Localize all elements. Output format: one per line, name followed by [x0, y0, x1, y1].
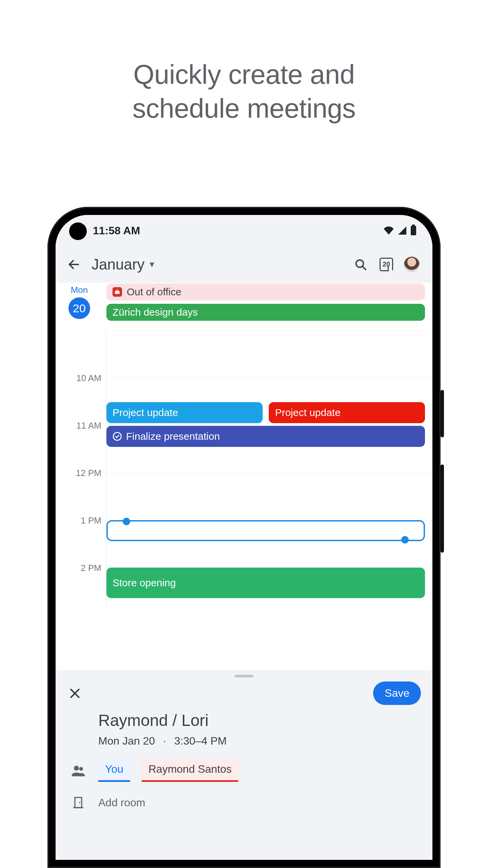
headline-line2: schedule meetings [133, 93, 356, 123]
separator-dot: · [163, 735, 166, 747]
month-dropdown[interactable]: January ▼ [92, 256, 156, 273]
account-avatar[interactable] [404, 257, 420, 272]
selection-handle-top[interactable] [123, 518, 130, 525]
month-label: January [92, 256, 145, 273]
room-icon [70, 794, 87, 811]
status-time: 11:58 AM [93, 224, 140, 237]
event-finalize-presentation[interactable]: Finalize presentation [106, 426, 425, 447]
phone-side-button [441, 465, 444, 553]
svg-point-5 [74, 766, 79, 771]
room-row: Add room [56, 794, 432, 811]
phone-screen: 11:58 AM January ▼ [56, 215, 432, 860]
svg-rect-3 [117, 290, 118, 291]
hour-label: 2 PM [56, 563, 101, 573]
task-check-icon [113, 432, 122, 441]
day-number: 20 [68, 297, 90, 319]
calendar-today-icon: 20 [380, 258, 393, 271]
event-title: Project update [113, 407, 178, 418]
add-room-button[interactable]: Add room [98, 796, 145, 809]
event-title: Store opening [113, 577, 176, 589]
event-title: Project update [275, 407, 340, 418]
day-header: Mon 20 Out of office Zürich design days [56, 283, 432, 330]
cellular-icon [398, 226, 407, 235]
hour-label: 12 PM [56, 468, 101, 478]
event-project-update-1[interactable]: Project update [106, 402, 263, 423]
back-button[interactable] [66, 256, 82, 273]
phone-frame: 11:58 AM January ▼ [47, 207, 441, 868]
event-title: Out of office [127, 286, 181, 298]
event-time: 3:30–4 PM [174, 735, 227, 747]
chevron-down-icon: ▼ [148, 260, 156, 269]
day-label[interactable]: Mon 20 [56, 283, 103, 319]
svg-rect-7 [75, 797, 82, 808]
hour-label: 1 PM [56, 515, 101, 526]
status-bar: 11:58 AM [56, 215, 432, 246]
event-project-update-2[interactable]: Project update [269, 402, 425, 423]
phone-side-button [441, 390, 444, 437]
event-area: Project update Project update Finalize p… [106, 330, 425, 608]
attendee-chip-you[interactable]: You [98, 760, 130, 782]
new-event-selection[interactable] [106, 520, 425, 541]
allday-events: Out of office Zürich design days [106, 283, 425, 321]
svg-point-8 [79, 802, 80, 803]
svg-line-1 [363, 266, 366, 269]
app-header: January ▼ 20 [56, 246, 432, 283]
event-title: Zürich design days [113, 307, 198, 318]
allday-event-ooo[interactable]: Out of office [106, 283, 425, 300]
briefcase-icon [113, 287, 122, 297]
weekday-label: Mon [56, 285, 103, 295]
event-title-input[interactable]: Raymond / Lori [98, 712, 432, 729]
close-button[interactable] [66, 684, 84, 703]
wifi-icon [384, 226, 394, 235]
event-title: Finalize presentation [126, 431, 220, 442]
search-button[interactable] [352, 256, 369, 273]
headline-line1: Quickly create and [133, 59, 355, 90]
attendee-chip-raymond[interactable]: Raymond Santos [142, 760, 238, 782]
hour-label: 10 AM [56, 373, 101, 383]
event-date: Mon Jan 20 [98, 735, 155, 747]
hour-label: 11 AM [56, 420, 101, 431]
event-datetime[interactable]: Mon Jan 20 · 3:30–4 PM [98, 735, 432, 747]
camera-hole [69, 222, 87, 240]
people-icon [70, 762, 87, 779]
day-timeline[interactable]: 10 AM 11 AM 12 PM 1 PM 2 PM Project upda… [56, 330, 432, 608]
save-button[interactable]: Save [373, 682, 421, 705]
selection-handle-bottom[interactable] [401, 536, 409, 544]
allday-event-zurich[interactable]: Zürich design days [106, 304, 425, 321]
svg-point-6 [79, 767, 83, 771]
sheet-grab-handle[interactable] [235, 675, 253, 677]
today-button[interactable]: 20 [378, 256, 394, 273]
event-store-opening[interactable]: Store opening [106, 568, 425, 598]
promo-headline: Quickly create and schedule meetings [0, 58, 488, 125]
quick-create-sheet: Save Raymond / Lori Mon Jan 20 · 3:30–4 … [56, 670, 432, 860]
battery-icon [411, 226, 416, 235]
attendees-row: You Raymond Santos [56, 760, 432, 782]
status-icons [384, 226, 416, 235]
